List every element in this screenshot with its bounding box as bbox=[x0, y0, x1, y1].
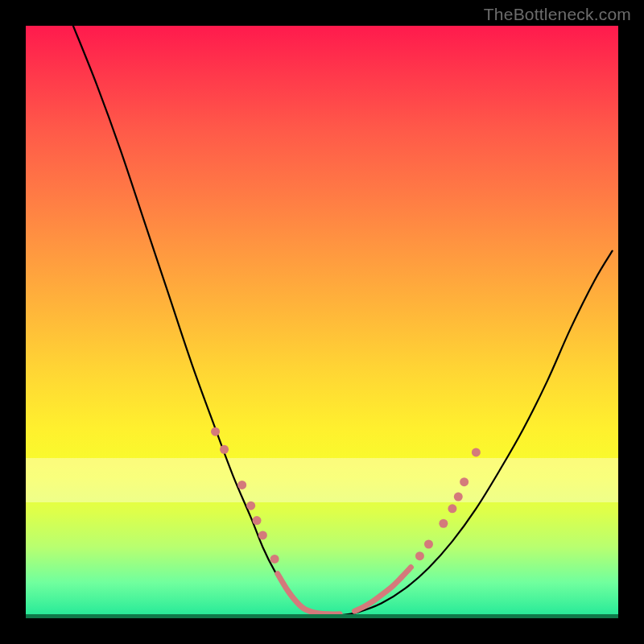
marker-right_cluster-3 bbox=[448, 504, 456, 513]
marker-right_cluster-2 bbox=[439, 519, 448, 528]
marker-right_cluster-6 bbox=[472, 448, 481, 456]
marker-left_cluster-1 bbox=[220, 445, 229, 454]
marker-left_cluster-2 bbox=[237, 481, 246, 489]
series-bottom-segment-b bbox=[354, 568, 411, 611]
series-bottom-segment-a bbox=[278, 574, 340, 614]
chart-svg bbox=[26, 26, 618, 618]
marker-left_cluster-5 bbox=[258, 530, 267, 539]
marker-left_cluster-3 bbox=[246, 502, 255, 510]
watermark-text: TheBottleneck.com bbox=[484, 5, 631, 24]
series-bottleneck-curve bbox=[73, 26, 613, 616]
marker-right_cluster-0 bbox=[415, 551, 424, 560]
marker-right_cluster-1 bbox=[424, 540, 433, 549]
marker-left_cluster-4 bbox=[253, 516, 262, 525]
marker-left_cluster-6 bbox=[270, 555, 279, 564]
marker-right_cluster-4 bbox=[454, 493, 463, 502]
floor-line bbox=[26, 614, 618, 618]
outer-frame: TheBottleneck.com bbox=[0, 0, 644, 644]
marker-right_cluster-5 bbox=[460, 477, 469, 486]
plot-area bbox=[26, 26, 618, 618]
marker-left_cluster-0 bbox=[211, 427, 220, 436]
